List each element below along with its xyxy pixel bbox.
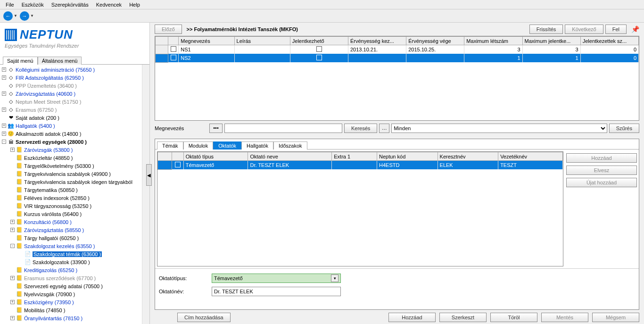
column-header[interactable]: Jelentkezhető <box>290 37 348 45</box>
chevron-down-icon[interactable]: ▼ <box>14 14 17 18</box>
nav-back-button[interactable]: ← <box>3 11 13 21</box>
table-row[interactable]: TémavezetőDr. TESZT ELEKH4ESTDELEKTESZT <box>158 161 563 170</box>
expand-toggle-icon[interactable]: + <box>2 132 6 136</box>
expand-toggle-icon[interactable] <box>10 212 15 216</box>
menu-eszközök[interactable]: Eszközök <box>18 1 48 8</box>
tree-node[interactable]: 📒Tárgyekvivalencia szabályok (49900 ) <box>0 170 149 178</box>
filter-select[interactable]: Minden <box>391 124 607 133</box>
column-header[interactable]: Oktató típus <box>183 152 248 161</box>
chevron-down-icon[interactable]: ▼ <box>30 14 34 18</box>
tree-node[interactable]: +📒Konzultáció (56800 ) <box>0 218 149 226</box>
cancel-button[interactable]: Mégsem <box>592 313 639 322</box>
row-checkbox[interactable] <box>171 46 176 52</box>
expand-toggle-icon[interactable]: + <box>10 220 15 224</box>
tree-node[interactable]: -📒Szakdolgozat kezelés (63550 ) <box>0 242 149 250</box>
tree-node[interactable]: +🙂Alkalmazotti adatok (14800 ) <box>0 130 149 138</box>
add-new-button[interactable]: Újat hozzáad <box>566 178 637 187</box>
menu-file[interactable]: File <box>2 1 18 8</box>
tree-node[interactable]: 📒Kurzus várólista (56400 ) <box>0 210 149 218</box>
chevron-down-icon[interactable]: ▾ <box>331 274 339 282</box>
tree-node[interactable]: +📒Eszközigény (73950 ) <box>0 298 149 306</box>
tree-node[interactable]: 📒Tárgyelőkövetelmény (50300 ) <box>0 162 149 170</box>
tree-node[interactable]: 📒VIR tárgyazonosság (53250 ) <box>0 202 149 210</box>
expand-toggle-icon[interactable] <box>10 308 15 312</box>
tree-node[interactable]: +◇Erasmus (67250 ) <box>0 106 149 114</box>
field-picker-button[interactable]: ••• <box>209 124 223 133</box>
tree-node[interactable]: +👥Hallgatók (5400 ) <box>0 122 149 130</box>
add-title-button[interactable]: Cím hozzáadása <box>177 313 231 322</box>
more-button[interactable]: … <box>379 124 389 133</box>
expand-toggle-icon[interactable] <box>10 268 15 272</box>
pin-icon[interactable]: 📌 <box>631 25 639 33</box>
expand-toggle-icon[interactable] <box>10 284 15 288</box>
expand-toggle-icon[interactable]: + <box>10 316 15 320</box>
column-header[interactable]: Megnevezés <box>179 37 234 45</box>
sidebar-collapse-button[interactable]: ◀ <box>146 164 152 186</box>
subtab-témák[interactable]: Témák <box>157 141 183 150</box>
up-button[interactable]: Fel <box>605 25 627 34</box>
tree-node[interactable]: +◇Záróvizsgáztatás (40600 ) <box>0 90 149 98</box>
expand-toggle-icon[interactable] <box>10 236 15 240</box>
checkbox-icon[interactable] <box>316 55 322 60</box>
tree-node[interactable]: 📒Féléves indexsorok (52850 ) <box>0 194 149 202</box>
expand-toggle-icon[interactable] <box>10 156 15 160</box>
expand-toggle-icon[interactable]: + <box>2 67 6 72</box>
expand-toggle-icon[interactable]: + <box>10 276 15 280</box>
checkbox-icon[interactable] <box>316 46 322 52</box>
expand-toggle-icon[interactable] <box>10 204 15 208</box>
sidebar-tab[interactable]: Általános menü <box>38 57 82 65</box>
name-input[interactable] <box>212 287 341 296</box>
tree-node[interactable]: +📒Záróvizsgák (53800 ) <box>0 146 149 154</box>
row-checkbox[interactable] <box>175 162 181 167</box>
tree-node[interactable]: +📒Erasmus szerződések (67700 ) <box>0 274 149 282</box>
column-header[interactable]: Vezetéknév <box>498 152 563 161</box>
expand-toggle-icon[interactable] <box>19 260 23 264</box>
expand-toggle-icon[interactable] <box>10 292 15 296</box>
column-header[interactable]: Érvényesség kez... <box>348 37 406 45</box>
instructor-grid[interactable]: Oktató típusOktató neveExtra 1Neptun kód… <box>157 151 563 266</box>
tree-node[interactable]: ◇Neptun Meet Street (51750 ) <box>0 98 149 106</box>
expand-toggle-icon[interactable]: - <box>10 244 15 248</box>
tree-node[interactable]: 📒Tárgyekvivalencia szabályok idegen tárg… <box>0 178 149 186</box>
edit-button[interactable]: Szerkeszt <box>439 313 487 322</box>
tree-node[interactable]: 📄Szakdolgozatok (33900 ) <box>0 258 149 266</box>
column-header[interactable]: Oktató neve <box>248 152 332 161</box>
expand-toggle-icon[interactable]: + <box>2 124 6 128</box>
menu-kedvencek[interactable]: Kedvencek <box>92 1 125 8</box>
column-header[interactable]: Neptun kód <box>377 152 438 161</box>
expand-toggle-icon[interactable] <box>2 100 6 104</box>
tree-node[interactable]: ❤Saját adatok (200 ) <box>0 114 149 122</box>
tree-node[interactable]: +◇Kollégiumi adminisztráció (75650 ) <box>0 66 149 74</box>
remove-item-button[interactable]: Elvesz <box>566 166 637 175</box>
menu-help[interactable]: Help <box>125 1 144 8</box>
expand-toggle-icon[interactable] <box>10 164 15 168</box>
save-button[interactable]: Mentés <box>541 313 588 322</box>
menu-szerepkörváltás[interactable]: Szerepkörváltás <box>48 1 92 8</box>
expand-toggle-icon[interactable]: + <box>2 75 6 80</box>
expand-toggle-icon[interactable]: + <box>10 228 15 232</box>
subtab-modulok[interactable]: Modulok <box>183 141 214 150</box>
next-button[interactable]: Következő <box>565 25 603 34</box>
tree-node[interactable]: +◇FIR Adatszolgáltatás (62950 ) <box>0 74 149 82</box>
expand-toggle-icon[interactable]: + <box>2 91 6 96</box>
tree-node[interactable]: 📒Kreditigazolás (65250 ) <box>0 266 149 274</box>
filter-button[interactable]: Szűrés <box>609 124 639 133</box>
tree-node[interactable]: 📒Nyelvvizsgák (70900 ) <box>0 290 149 298</box>
row-checkbox[interactable] <box>171 55 176 60</box>
column-header[interactable]: Extra 1 <box>332 152 377 161</box>
refresh-button[interactable]: Frissítés <box>529 25 563 34</box>
tree-node[interactable]: 📄Szakdolgozat témák (63600 ) <box>0 250 149 258</box>
tree-node[interactable]: 📒Mobilitás (74850 ) <box>0 306 149 314</box>
column-header[interactable]: Maximum létszám <box>464 37 522 45</box>
tree-node[interactable]: ◇PPP Üzemeltetés (36400 ) <box>0 82 149 90</box>
table-row[interactable]: NS12013.10.21.2015.10.25.330 <box>156 45 639 54</box>
search-input[interactable] <box>224 124 342 133</box>
column-header[interactable]: Leírás <box>234 37 290 45</box>
nav-tree[interactable]: +◇Kollégiumi adminisztráció (75650 )+◇FI… <box>0 65 149 324</box>
tree-node[interactable]: 📒Szervezeti egység adatai (70500 ) <box>0 282 149 290</box>
column-header[interactable]: Érvényesség vége <box>406 37 464 45</box>
tree-node[interactable]: +📒Óranyilvántartás (78150 ) <box>0 314 149 322</box>
scrollbar[interactable] <box>142 65 149 324</box>
type-combo[interactable]: Témavezető ▾ <box>212 274 341 283</box>
column-header[interactable]: Keresztnév <box>438 152 498 161</box>
